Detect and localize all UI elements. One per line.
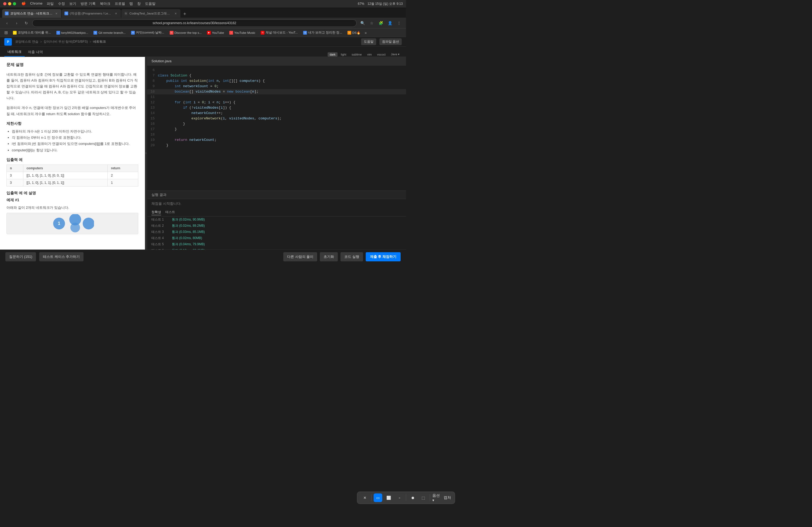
table-row: 3 [[1, 1, 0], [1, 1, 1], [0, 1, 1]] 1 (7, 179, 138, 186)
window-menu[interactable]: 창 (137, 1, 141, 6)
theme-light[interactable]: light (338, 52, 348, 57)
extensions-button[interactable]: 🧩 (377, 19, 385, 27)
io-col-return: return (108, 165, 138, 172)
tab3-close[interactable]: ✕ (173, 11, 178, 16)
breadcrumb: 코딩테스트 연습 > 깊이/너비 우선 탐색(DFS/BFS) > 네트워크 (15, 40, 106, 44)
language-selector[interactable]: Java ▾ (389, 52, 402, 57)
io-col-computers: computers (23, 165, 108, 172)
init-button[interactable]: 초기화 (320, 252, 338, 261)
refresh-button[interactable]: ↻ (23, 19, 30, 27)
search-button[interactable]: 🔍 (359, 19, 366, 27)
editor-filename: Solution.java (147, 57, 406, 65)
tab-submissions[interactable]: 제출 내역 (25, 47, 46, 57)
bookmark-6[interactable]: ▶ YouTube (205, 30, 226, 35)
browser-tab-1[interactable]: 코 코딩테스트 연습 - 네트워크 | 프로... ✕ (2, 9, 61, 18)
submit-button[interactable]: 제출 후 채점하기 (366, 252, 401, 261)
more-button[interactable]: ⋮ (395, 19, 403, 27)
others-solution-button[interactable]: 다른 사람의 풀이 (283, 252, 317, 261)
forward-button[interactable]: › (13, 19, 20, 27)
help-menu[interactable]: 도움말 (145, 1, 156, 6)
example-image: 1 (6, 213, 138, 234)
code-line: 11 (147, 94, 406, 100)
bookmark6-icon: ▶ (207, 31, 211, 35)
bottom-right-actions: 다른 사람의 풀이 초기화 코드 실행 제출 후 채점하기 (283, 252, 401, 261)
theme-vscoct[interactable]: vscoct (375, 52, 388, 57)
results-area: 실행 결과 채점을 시작합니다. 정확성 테스트 테스트 1 통과 (0.02m… (147, 191, 406, 250)
apple-menu[interactable]: 🍎 (21, 1, 26, 6)
tab-menu[interactable]: 탭 (129, 1, 133, 6)
bookmark6-label: YouTube (212, 31, 224, 34)
bookmark-3[interactable]: G Git remote branch... (91, 30, 128, 35)
help-button[interactable]: 도움말 (361, 39, 376, 45)
theme-sublime[interactable]: sublime (350, 52, 364, 57)
content-tab-bar: 네트워크 제출 내역 dark light sublime vim vscoct… (0, 47, 406, 57)
line-num-16: 16 (147, 121, 158, 127)
code-line: 14 networkCount++; (147, 110, 406, 116)
code-content-12: for (int i = 0; i < n; i++) { (158, 100, 235, 105)
bookmark1-label: 코딩테스트 대비를 위... (18, 31, 51, 35)
breadcrumb-item-1[interactable]: 코딩테스트 연습 (15, 40, 39, 44)
prog-logo-icon: P (4, 38, 12, 46)
file-menu[interactable]: 파일 (47, 1, 54, 6)
profile-menu[interactable]: 프로필 (115, 1, 125, 6)
tab1-close[interactable]: ✕ (54, 11, 59, 16)
edit-menu[interactable]: 수정 (58, 1, 65, 6)
result-pass-4: 통과 (0.02ms, 80MB) (172, 236, 202, 240)
line-num-11: 11 (147, 94, 158, 100)
fullscreen-button[interactable] (13, 2, 16, 5)
theme-dark[interactable]: dark (328, 52, 337, 57)
bookmark-5[interactable]: D Discover the top s... (168, 30, 204, 35)
bookmarks-menu[interactable]: 북마크 (100, 1, 110, 6)
code-content-10: boolean[] visitedNodes = new boolean[n]; (158, 89, 259, 94)
bookmark5-icon: D (170, 31, 173, 35)
code-editor[interactable]: 6 7 class Solution { 8 public int soluti… (147, 65, 406, 191)
results-tab-accuracy[interactable]: 정확성 (151, 209, 161, 215)
breadcrumb-item-2[interactable]: 깊이/너비 우선 탐색(DFS/BFS) (44, 40, 88, 44)
minimize-button[interactable] (8, 2, 11, 5)
bookmark-9[interactable]: 내 내가 보려고 정리한 정... (301, 30, 344, 35)
code-content-7: class Solution { (158, 73, 191, 78)
problem-task: 컴퓨터의 개수 n, 연결에 대한 정보가 담긴 2차원 배열 computer… (6, 105, 138, 117)
tab-network[interactable]: 네트워크 (4, 47, 25, 57)
close-button[interactable] (3, 2, 6, 5)
line-num-8: 8 (147, 78, 158, 84)
code-content-13: if (!visitedNodes[i]) { (158, 105, 231, 110)
profile-button[interactable]: 👤 (386, 19, 394, 27)
theme-vim[interactable]: vim (365, 52, 374, 57)
bookmark9-icon: 내 (303, 31, 307, 35)
code-line: 13 if (!visitedNodes[i]) { (147, 105, 406, 110)
bookmark-2[interactable]: t tony9402/baekjoo... (54, 30, 90, 35)
bookmark-8[interactable]: 채 채널 대시보드 - YouT... (259, 30, 300, 35)
breadcrumb-item-3: 네트워크 (93, 40, 106, 44)
tab2-close[interactable]: ✕ (114, 11, 118, 16)
example-subtitle: 예제 #1 (6, 198, 138, 202)
line-num-7: 7 (147, 73, 158, 78)
result-label-4: 테스트 4 (151, 236, 168, 240)
history-menu[interactable]: 방문 기록 (81, 1, 96, 6)
bookmark-1[interactable]: 코 코딩테스트 대비를 위... (11, 30, 53, 35)
run-code-button[interactable]: 코드 실행 (340, 252, 363, 261)
view-menu[interactable]: 보기 (69, 1, 76, 6)
bookmarks-more[interactable]: » (364, 31, 368, 35)
address-bar: ‹ › ↻ 🔍 ☆ 🧩 👤 ⋮ (0, 18, 406, 28)
code-content-17: } (158, 127, 177, 132)
compile-options-button[interactable]: 컴파일 옵션 (379, 39, 402, 45)
new-tab-button[interactable]: + (181, 10, 188, 18)
add-testcase-button[interactable]: 테스트 케이스 추가하기 (39, 252, 84, 261)
chrome-menu[interactable]: Chrome (30, 1, 42, 6)
url-input[interactable] (32, 19, 357, 27)
bookmark-button[interactable]: ☆ (368, 19, 375, 27)
bookmark-7[interactable]: ♪ YouTube Music (227, 30, 257, 35)
bookmark-10[interactable]: D DS🔥 (345, 30, 362, 35)
browser-tab-3[interactable]: G CodingTest_Java/프로그래머스... ✕ (121, 9, 180, 18)
bookmark-4[interactable]: 커 커밋(commit) 날짜... (129, 30, 166, 35)
constraint-2: 각 컴퓨터는 0부터 n-1 인 정수로 표현합니다. (12, 134, 138, 140)
breadcrumb-sep-2: > (89, 40, 91, 44)
question-button[interactable]: 질문하기 (151) (5, 252, 36, 261)
results-tab-test[interactable]: 테스트 (165, 209, 175, 215)
browser-tab-2[interactable]: 작 (작성중) [Programmers / Leve... ✕ (62, 9, 121, 18)
back-button[interactable]: ‹ (3, 19, 11, 27)
resize-handle[interactable]: ≡ (145, 57, 147, 250)
apps-button[interactable]: ⊞ (2, 29, 10, 36)
code-line: 6 (147, 67, 406, 73)
